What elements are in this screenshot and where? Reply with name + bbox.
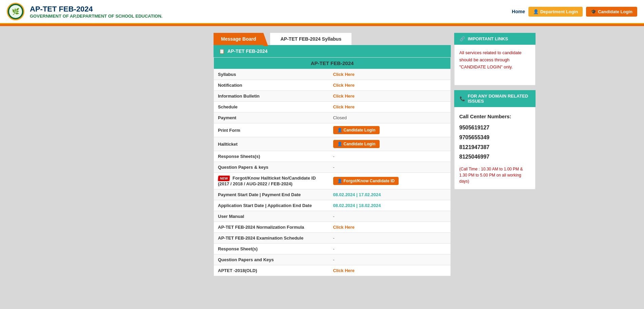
call-center-title: Call Center Numbers: — [459, 112, 530, 121]
row-value: Click Here — [329, 102, 451, 112]
logo: 🌿 — [7, 3, 24, 20]
row-label: AP-TET FEB-2024 Normalization Formula — [214, 222, 329, 233]
left-col — [108, 33, 214, 276]
new-badge: NEW — [218, 176, 230, 181]
response-sheet-value: - — [333, 246, 335, 251]
row-label: NEW Forgot/Know Hallticket No/Candidate … — [214, 173, 329, 189]
row-value: 08.02.2024 | 18.02.2024 — [329, 200, 451, 211]
row-value: Click Here — [329, 80, 451, 91]
row-value: Click Here — [329, 91, 451, 102]
dept-login-button[interactable]: 👤 Department Login — [528, 7, 583, 17]
user-manual-value: - — [333, 214, 335, 219]
forgot-icon: 👤 — [337, 179, 342, 183]
right-col: 🔗 IMPORTANT LINKS All services related t… — [454, 33, 536, 276]
question-keys-value: - — [333, 257, 335, 262]
row-value: - — [329, 254, 451, 265]
row-label: Hallticket — [214, 137, 329, 151]
application-dates: 08.02.2024 | 18.02.2024 — [333, 203, 381, 208]
candidate-login-label: Candidate Login — [598, 9, 632, 14]
syllabus-link[interactable]: Click Here — [333, 72, 355, 77]
print-form-icon: 👤 — [337, 128, 342, 132]
row-value: 👤 Candidate Login — [329, 137, 451, 151]
row-label: Syllabus — [214, 69, 329, 80]
schedule-link[interactable]: Click Here — [333, 104, 355, 109]
call-number-4: 8125046997 — [459, 152, 530, 162]
row-label: Response Sheets(s) — [214, 151, 329, 162]
logo-inner: 🌿 — [9, 5, 22, 18]
link-icon: 🔗 — [460, 36, 465, 41]
center-col: Message Board AP-TET FEB-2024 Syllabus 📋… — [214, 33, 451, 276]
header-subtitle: GOVERNMENT OF AP,DEPARTMENT OF SCHOOL ED… — [30, 14, 506, 19]
row-value: Click Here — [329, 265, 451, 276]
table-row: Application Start Date | Application End… — [214, 200, 451, 211]
row-value: 👤 Forgot/Know Candidate ID — [329, 173, 451, 189]
header-title: AP-TET FEB-2024 — [30, 5, 506, 14]
forgot-candidate-id-button[interactable]: 👤 Forgot/Know Candidate ID — [333, 177, 399, 185]
notification-link[interactable]: Click Here — [333, 83, 355, 88]
row-label: Question Papers and Keys — [214, 254, 329, 265]
table-row: Response Sheet(s) - — [214, 244, 451, 254]
row-label: Print Form — [214, 123, 329, 137]
hallticket-candidate-login-button[interactable]: 👤 Candidate Login — [333, 140, 380, 148]
row-label: APTET -2018(OLD) — [214, 265, 329, 276]
domain-issues-title: FOR ANY DOMAIN RELATED ISSUES — [468, 94, 530, 104]
table-row: AP-TET FEB-2024 Normalization Formula Cl… — [214, 222, 451, 233]
domain-issues-header: 📞 FOR ANY DOMAIN RELATED ISSUES — [454, 90, 536, 107]
important-links-body: All services related to candidate should… — [454, 45, 536, 85]
row-label: Application Start Date | Application End… — [214, 200, 329, 211]
row-value: - — [329, 151, 451, 162]
exam-schedule-value: - — [333, 235, 335, 241]
table-row: Notification Click Here — [214, 80, 451, 91]
important-links-header: 🔗 IMPORTANT LINKS — [454, 33, 536, 45]
row-label: Notification — [214, 80, 329, 91]
bulletin-link[interactable]: Click Here — [333, 94, 355, 99]
table-row: Syllabus Click Here — [214, 69, 451, 80]
row-label: User Manual — [214, 211, 329, 222]
candidate-login-icon: 🎓 — [591, 9, 596, 14]
call-time: (Call Time : 10.30 AM to 1.00 PM & 1.30 … — [459, 166, 530, 184]
dept-login-label: Department Login — [540, 9, 578, 14]
print-form-candidate-login-button[interactable]: 👤 Candidate Login — [333, 126, 380, 134]
section-title: AP-TET FEB-2024 — [227, 48, 267, 54]
row-value: 👤 Candidate Login — [329, 123, 451, 137]
row-value: Click Here — [329, 69, 451, 80]
row-value: Click Here — [329, 222, 451, 233]
section-icon: 📋 — [219, 48, 225, 54]
row-value: - — [329, 211, 451, 222]
row-label: Response Sheet(s) — [214, 244, 329, 254]
row-value: - — [329, 233, 451, 244]
tab-syllabus[interactable]: AP-TET FEB-2024 Syllabus — [270, 33, 351, 45]
row-value: Closed — [329, 112, 451, 123]
call-number-1: 9505619127 — [459, 123, 530, 133]
table-row: Print Form 👤 Candidate Login — [214, 123, 451, 137]
important-links-title: IMPORTANT LINKS — [468, 36, 508, 41]
call-number-2: 9705655349 — [459, 133, 530, 143]
info-table: AP-TET FEB-2024 Syllabus Click Here Noti… — [214, 57, 451, 276]
section-header: 📋 AP-TET FEB-2024 — [214, 45, 451, 57]
table-row: Payment Start Date | Payment End Date 08… — [214, 189, 451, 200]
call-number-3: 8121947387 — [459, 143, 530, 152]
tab-message-board[interactable]: Message Board — [214, 33, 263, 45]
payment-dates: 08.02.2024 | 17.02.2024 — [333, 192, 381, 197]
dept-login-icon: 👤 — [533, 9, 539, 14]
header-text: AP-TET FEB-2024 GOVERNMENT OF AP,DEPARTM… — [30, 5, 506, 19]
table-row: Question Papers & keys - — [214, 162, 451, 173]
row-label: AP-TET FEB-2024 Examination Schedule — [214, 233, 329, 244]
table-header-cell: AP-TET FEB-2024 — [214, 58, 451, 69]
table-row: Information Bulletin Click Here — [214, 91, 451, 102]
table-row: AP-TET FEB-2024 Examination Schedule - — [214, 233, 451, 244]
table-row: Hallticket 👤 Candidate Login — [214, 137, 451, 151]
row-label: Payment — [214, 112, 329, 123]
question-papers-value: - — [333, 165, 335, 170]
normalization-link[interactable]: Click Here — [333, 225, 355, 230]
main-wrapper: Message Board AP-TET FEB-2024 Syllabus 📋… — [0, 26, 644, 283]
row-label: Information Bulletin — [214, 91, 329, 102]
home-link[interactable]: Home — [512, 9, 525, 14]
row-label: Payment Start Date | Payment End Date — [214, 189, 329, 200]
phone-icon: 📞 — [460, 96, 465, 101]
aptet-2018-link[interactable]: Click Here — [333, 268, 355, 273]
response-sheets-value: - — [333, 154, 335, 159]
row-label: Schedule — [214, 102, 329, 112]
candidate-login-button[interactable]: 🎓 Candidate Login — [586, 7, 637, 17]
hallticket-icon: 👤 — [337, 142, 342, 146]
